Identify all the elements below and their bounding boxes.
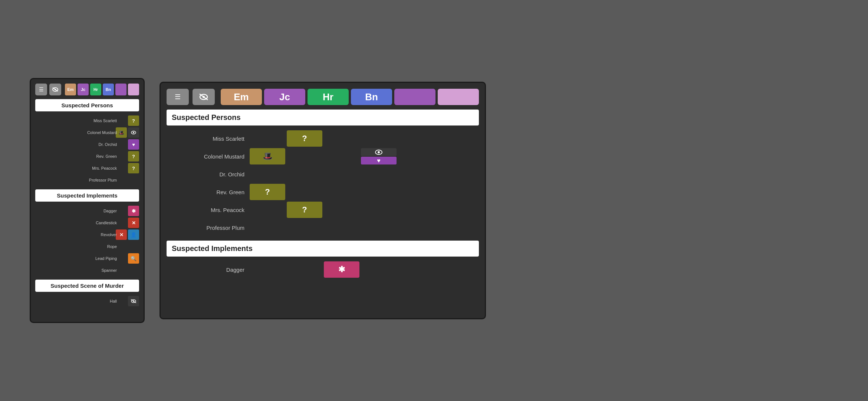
large-cell-dagger-hr[interactable]: ✱ bbox=[324, 261, 359, 278]
small-label-dagger: Dagger bbox=[57, 209, 117, 213]
small-eye-button[interactable] bbox=[49, 84, 61, 95]
large-cells-dagger: ✱ bbox=[248, 261, 479, 278]
small-label-dr-orchid: Dr. Orchid bbox=[57, 142, 117, 147]
small-panel: ☰ Em Jc Hr Bn Suspected Persons Miss Sca… bbox=[30, 78, 145, 323]
large-toolbar: ☰ Em Jc Hr Bn bbox=[167, 89, 479, 105]
large-label-rev-green: Rev. Green bbox=[167, 189, 248, 195]
badge-hr-large[interactable]: Hr bbox=[308, 89, 349, 105]
large-implements-grid: Dagger ✱ bbox=[167, 261, 479, 278]
large-cell-colonel-mustard-eye[interactable] bbox=[361, 148, 397, 156]
large-cells-mrs-peacock: ? bbox=[248, 202, 479, 218]
small-label-rope: Rope bbox=[57, 244, 117, 249]
large-row-rev-green: Rev. Green ? bbox=[167, 183, 479, 200]
small-persons-header: Suspected Persons bbox=[35, 99, 139, 111]
large-cell-miss-scarlett-hr bbox=[324, 130, 359, 147]
large-cells-dr-orchid bbox=[248, 166, 479, 182]
badge-e6-small[interactable] bbox=[128, 84, 139, 95]
large-cell-miss-scarlett-bn bbox=[361, 130, 397, 147]
small-cell-hall-eye[interactable] bbox=[128, 296, 139, 306]
large-cell-colonel-mustard-e5 bbox=[398, 148, 434, 164]
large-cells-professor-plum bbox=[248, 219, 479, 236]
small-label-revolver: Revolver bbox=[57, 232, 117, 237]
badge-jc-large[interactable]: Jc bbox=[264, 89, 305, 105]
large-implements-header: Suspected Implements bbox=[167, 241, 479, 257]
small-row-colonel-mustard: Colonel Mustard 🎩 bbox=[35, 127, 139, 138]
badge-bn-small[interactable]: Bn bbox=[103, 84, 114, 95]
small-cell-dagger[interactable]: ✱ bbox=[128, 206, 139, 216]
small-label-colonel-mustard: Colonel Mustard bbox=[57, 130, 117, 135]
large-persons-header: Suspected Persons bbox=[167, 110, 479, 125]
large-cell-colonel-mustard-stack: ♥ bbox=[361, 148, 397, 164]
badge-bn-large[interactable]: Bn bbox=[351, 89, 392, 105]
small-label-mrs-peacock: Mrs. Peacock bbox=[57, 166, 117, 170]
badge-em-large[interactable]: Em bbox=[221, 89, 262, 105]
small-row-hall: Hall bbox=[35, 296, 139, 307]
badge-e5-small[interactable] bbox=[115, 84, 126, 95]
small-row-dr-orchid: Dr. Orchid ♥ bbox=[35, 139, 139, 150]
small-cell-revolver-user[interactable]: 👤 bbox=[128, 229, 139, 240]
small-label-spanner: Spanner bbox=[57, 268, 117, 273]
svg-point-7 bbox=[203, 96, 205, 98]
large-label-dr-orchid: Dr. Orchid bbox=[167, 171, 248, 177]
small-label-rev-green: Rev. Green bbox=[57, 154, 117, 159]
small-cell-candlestick[interactable]: ✕ bbox=[128, 218, 139, 228]
small-cell-colonel-mustard-em[interactable]: 🎩 bbox=[116, 127, 127, 138]
svg-point-3 bbox=[133, 132, 134, 133]
large-row-dagger: Dagger ✱ bbox=[167, 261, 479, 278]
large-eye-button[interactable] bbox=[193, 89, 215, 105]
small-murder-grid: Hall bbox=[35, 296, 139, 307]
small-cell-rev-green-jc[interactable]: ? bbox=[128, 151, 139, 162]
small-implements-grid: Dagger ✱ Candlestick ✕ Revolver ✕ 👤 Rope… bbox=[35, 205, 139, 276]
badge-e6-large[interactable] bbox=[438, 89, 479, 105]
small-label-professor-plum: Professor Plum bbox=[57, 178, 117, 182]
small-implements-header: Suspected Implements bbox=[35, 189, 139, 202]
small-cell-miss-scarlett-jc[interactable]: ? bbox=[128, 115, 139, 126]
small-cell-revolver-x[interactable]: ✕ bbox=[116, 229, 127, 240]
small-menu-button[interactable]: ☰ bbox=[35, 84, 47, 95]
small-row-mrs-peacock: Mrs. Peacock ? bbox=[35, 163, 139, 174]
large-cell-rev-green-em[interactable]: ? bbox=[250, 184, 285, 200]
large-cell-miss-scarlett-jc[interactable]: ? bbox=[287, 130, 322, 147]
badge-em-small[interactable]: Em bbox=[65, 84, 76, 95]
large-cells-miss-scarlett: ? bbox=[248, 130, 479, 147]
large-cell-colonel-mustard-em[interactable]: 🎩 bbox=[250, 148, 285, 164]
small-player-badges: Em Jc Hr Bn bbox=[65, 84, 139, 95]
large-cell-mrs-peacock-jc[interactable]: ? bbox=[287, 202, 322, 218]
large-cell-colonel-mustard-jc bbox=[287, 148, 322, 164]
large-cell-colonel-mustard-hr bbox=[324, 148, 359, 164]
small-row-dagger: Dagger ✱ bbox=[35, 205, 139, 216]
large-label-professor-plum: Professor Plum bbox=[167, 225, 248, 231]
small-persons-grid: Miss Scarlett ? Colonel Mustard 🎩 Dr. Or… bbox=[35, 115, 139, 186]
large-label-mrs-peacock: Mrs. Peacock bbox=[167, 207, 248, 213]
small-row-lead-piping: Lead Piping 🔍 bbox=[35, 253, 139, 264]
small-toolbar: ☰ Em Jc Hr Bn bbox=[35, 84, 139, 95]
small-cell-lead-piping[interactable]: 🔍 bbox=[128, 253, 139, 264]
large-persons-grid: Miss Scarlett ? Colonel Mustard 🎩 bbox=[167, 130, 479, 236]
badge-jc-small[interactable]: Jc bbox=[78, 84, 89, 95]
small-row-revolver: Revolver ✕ 👤 bbox=[35, 229, 139, 240]
small-row-rev-green: Rev. Green ? bbox=[35, 151, 139, 162]
small-label-candlestick: Candlestick bbox=[57, 221, 117, 225]
badge-hr-small[interactable]: Hr bbox=[90, 84, 101, 95]
small-label-miss-scarlett: Miss Scarlett bbox=[57, 118, 117, 123]
small-label-hall: Hall bbox=[57, 299, 117, 303]
small-cell-mrs-peacock-jc[interactable]: ? bbox=[128, 163, 139, 173]
large-cells-rev-green: ? bbox=[248, 184, 479, 200]
small-row-miss-scarlett: Miss Scarlett ? bbox=[35, 115, 139, 126]
large-label-colonel-mustard: Colonel Mustard bbox=[167, 153, 248, 160]
large-panel: ☰ Em Jc Hr Bn Suspected Persons Miss Sca… bbox=[160, 82, 486, 319]
small-row-spanner: Spanner bbox=[35, 265, 139, 276]
small-cell-colonel-mustard-eye[interactable] bbox=[128, 127, 139, 138]
large-row-miss-scarlett: Miss Scarlett ? bbox=[167, 130, 479, 147]
small-row-rope: Rope bbox=[35, 241, 139, 252]
large-cells-colonel-mustard: 🎩 ♥ bbox=[248, 148, 479, 164]
badge-e5-large[interactable] bbox=[394, 89, 435, 105]
large-cell-colonel-mustard-heart[interactable]: ♥ bbox=[361, 157, 397, 164]
large-row-colonel-mustard: Colonel Mustard 🎩 ♥ bbox=[167, 148, 479, 165]
large-player-badges: Em Jc Hr Bn bbox=[221, 89, 479, 105]
large-row-professor-plum: Professor Plum bbox=[167, 219, 479, 236]
small-cell-dr-orchid-heart[interactable]: ♥ bbox=[128, 139, 139, 150]
large-menu-button[interactable]: ☰ bbox=[167, 89, 189, 105]
large-cell-miss-scarlett-e6 bbox=[435, 130, 471, 147]
small-label-lead-piping: Lead Piping bbox=[57, 256, 117, 261]
